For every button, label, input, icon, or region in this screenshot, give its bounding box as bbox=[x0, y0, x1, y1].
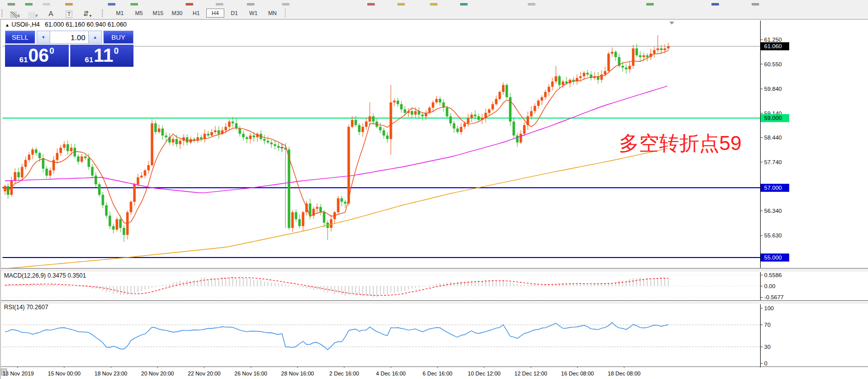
mid-ma-line[interactable] bbox=[5, 86, 667, 193]
macd-axis-label: 0.00 bbox=[764, 283, 775, 289]
toolbar-separator bbox=[285, 9, 285, 18]
sell-price-pips: 06 bbox=[28, 46, 49, 66]
toolbar-icon-fragment bbox=[752, 3, 759, 6]
symbol-period-label: USOil-,H4 bbox=[12, 21, 40, 28]
text-annotation[interactable]: 多空转折点59 bbox=[619, 130, 742, 157]
timeframe-buttons-group: M1M5M15M30H1H4D1W1MN bbox=[110, 9, 282, 18]
time-axis-label: 16 Dec 08:00 bbox=[561, 370, 594, 376]
price-tick-label: 57.740 bbox=[764, 159, 782, 165]
indicator-hatch-e-icon[interactable]: E bbox=[9, 8, 22, 18]
macd-plot[interactable] bbox=[3, 275, 760, 297]
toolbar-icon-fragment bbox=[711, 3, 719, 6]
time-axis-label: 28 Nov 16:00 bbox=[281, 370, 314, 376]
timeframe-button-H4[interactable]: H4 bbox=[206, 9, 224, 18]
macd-signal-line bbox=[5, 278, 668, 296]
sell-price-display[interactable]: 61 06 0 bbox=[5, 45, 69, 67]
rsi-axis-label: 100 bbox=[764, 305, 774, 311]
sell-price-pipette: 0 bbox=[49, 46, 54, 56]
chart-canvas[interactable]: 61.25060.55059.84059.14058.44057.74056.3… bbox=[1, 20, 868, 368]
macd-value-main: 0.3475 bbox=[48, 272, 66, 279]
rsi-indicator-header: RSI(14) 70.2607 bbox=[4, 304, 48, 311]
toolbar-icon-fragment bbox=[397, 3, 405, 6]
time-axis-label: 26 Nov 16:00 bbox=[234, 370, 267, 376]
drawing-tools-group: EFAT⇵▾ bbox=[6, 8, 96, 18]
rsi-label: RSI(14) bbox=[4, 304, 25, 311]
macd-indicator-header: MACD(12,26,9) 0.3475 0.3501 bbox=[4, 272, 86, 279]
rsi-value: 70.2607 bbox=[27, 304, 48, 311]
price-shift-marker-icon[interactable] bbox=[669, 22, 674, 25]
toolbar-icon-fragment bbox=[130, 3, 138, 6]
rsi-line bbox=[5, 323, 668, 350]
arrange-arrows-icon[interactable]: ⇵▾ bbox=[81, 8, 94, 18]
volume-increase-button[interactable]: ▲ bbox=[88, 31, 102, 44]
toolbar-drag-handle[interactable] bbox=[1, 9, 3, 17]
time-axis-label: 15 Nov 00:00 bbox=[48, 370, 80, 376]
chart-window: ▲USOil-,H461.000 61.160 60.940 61.060 SE… bbox=[0, 19, 868, 379]
ohlc-values: 61.000 61.160 60.940 61.060 bbox=[45, 21, 126, 28]
price-axis[interactable]: 61.25060.55059.84059.14058.44057.74056.3… bbox=[760, 37, 789, 366]
toolbar-icon-fragment bbox=[25, 3, 33, 6]
time-axis[interactable]: 13 Nov 201915 Nov 00:0018 Nov 23:0020 No… bbox=[1, 368, 868, 379]
rsi-plot[interactable] bbox=[3, 323, 760, 350]
fast-ma-line[interactable] bbox=[5, 51, 668, 224]
time-axis-label: 22 Nov 20:00 bbox=[188, 370, 220, 376]
time-axis-label: 12 Dec 12:00 bbox=[514, 370, 547, 376]
buy-price-pipette: 0 bbox=[114, 46, 118, 56]
toolbar-icon-fragment bbox=[282, 3, 290, 6]
time-axis-label: 2 Dec 16:00 bbox=[329, 370, 359, 376]
grid-f-icon[interactable]: F bbox=[27, 8, 40, 18]
volume-decrease-button[interactable]: ▼ bbox=[37, 31, 50, 44]
buy-price-pips: 11 bbox=[94, 46, 113, 66]
time-axis-label: 6 Dec 16:00 bbox=[422, 370, 452, 376]
text-a-icon[interactable]: A bbox=[45, 8, 58, 18]
mt4-application: EFAT⇵▾ M1M5M15M30H1H4D1W1MN ▲USOil-,H461… bbox=[0, 0, 868, 379]
time-axis-label: 4 Dec 16:00 bbox=[376, 370, 405, 376]
price-tick-label: 59.840 bbox=[764, 86, 782, 92]
macd-label: MACD(12,26,9) bbox=[4, 272, 46, 279]
volume-input[interactable] bbox=[50, 31, 88, 44]
timeframe-toolbar-drag-handle[interactable] bbox=[101, 9, 103, 17]
timeframe-button-M15[interactable]: M15 bbox=[149, 9, 167, 18]
toolbar-icon-fragment bbox=[528, 3, 535, 6]
macd-axis-label: 0.5586 bbox=[764, 272, 782, 278]
price-badge-label: 55.000 bbox=[764, 255, 782, 261]
timeframe-button-H1[interactable]: H1 bbox=[187, 9, 205, 18]
sell-price-base: 61 bbox=[20, 55, 28, 64]
price-badge-label: 57.000 bbox=[764, 185, 782, 191]
rsi-axis-label: 0 bbox=[764, 360, 767, 366]
chart-title: ▲USOil-,H461.000 61.160 60.940 61.060 bbox=[5, 21, 127, 28]
price-tick-label: 56.340 bbox=[764, 208, 782, 214]
buy-price-display[interactable]: 61 11 0 bbox=[70, 45, 134, 67]
sell-button[interactable]: SELL bbox=[5, 31, 35, 44]
price-tick-label: 58.440 bbox=[764, 135, 782, 141]
textbox-t-icon[interactable]: T bbox=[63, 8, 76, 18]
time-axis-label: 18 Dec 08:00 bbox=[608, 370, 640, 376]
time-axis-label: 18 Nov 23:00 bbox=[94, 370, 127, 376]
timeframe-button-MN[interactable]: MN bbox=[263, 9, 281, 18]
toolbar-icon-fragment bbox=[8, 3, 15, 6]
toolbar-icon-fragment bbox=[247, 3, 254, 6]
buy-button[interactable]: BUY bbox=[103, 31, 133, 44]
time-axis-label: 10 Dec 12:00 bbox=[468, 370, 500, 376]
timeframe-button-M1[interactable]: M1 bbox=[111, 9, 129, 18]
price-badge-label: 61.060 bbox=[764, 43, 782, 49]
timeframe-button-W1[interactable]: W1 bbox=[244, 9, 262, 18]
symbol-marker-icon: ▲ bbox=[5, 23, 10, 28]
timeframe-button-D1[interactable]: D1 bbox=[225, 9, 243, 18]
toolbar-top-clipped bbox=[0, 0, 868, 7]
macd-value-signal: 0.3501 bbox=[68, 272, 86, 279]
toolbar-icon-fragment bbox=[43, 3, 50, 6]
toolbar-icon-fragment bbox=[216, 3, 223, 6]
slow-ma-line[interactable] bbox=[5, 149, 667, 269]
toolbar-icon-fragment bbox=[430, 3, 438, 6]
toolbar-icon-fragment bbox=[186, 3, 193, 6]
price-badge-label: 59.000 bbox=[764, 115, 782, 121]
rsi-axis-label: 30 bbox=[764, 344, 771, 350]
price-tick-label: 61.250 bbox=[764, 37, 782, 43]
toolbar-icon-fragment bbox=[367, 3, 375, 6]
timeframe-button-M5[interactable]: M5 bbox=[130, 9, 148, 18]
timeframe-button-M30[interactable]: M30 bbox=[168, 9, 186, 18]
time-axis-label: 13 Nov 2019 bbox=[3, 370, 34, 376]
price-tick-label: 60.550 bbox=[764, 61, 782, 67]
rsi-axis-label: 70 bbox=[764, 322, 771, 328]
